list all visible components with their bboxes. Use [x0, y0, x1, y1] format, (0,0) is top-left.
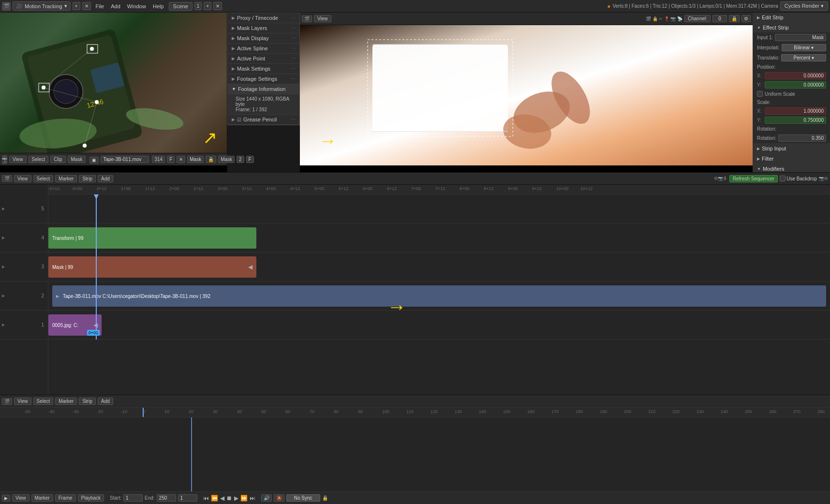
seq-select-menu[interactable]: Select [33, 175, 54, 182]
seq-icon[interactable]: 🎬 [2, 175, 12, 182]
clip-selector[interactable]: ▣ [89, 157, 99, 163]
bottom-waveform[interactable] [0, 417, 830, 491]
timeline-area[interactable]: -0+12 0+00 0+12 1+00 1+12 2+00 2+12 3+00… [48, 185, 830, 395]
end-frame-input[interactable]: 250 [157, 494, 176, 502]
channel-input[interactable]: 0 [712, 15, 727, 22]
track-4[interactable]: Transform | 99 [48, 223, 830, 252]
stop-btn[interactable]: ⏹ [226, 495, 232, 502]
playbar-marker-menu[interactable]: Marker [31, 494, 53, 502]
remove-scene-btn[interactable]: ✕ [213, 2, 222, 10]
filter-header[interactable]: ▶ Filter [753, 154, 830, 163]
strip-input-header[interactable]: ▶ Strip Input [753, 144, 830, 153]
seq-view-menu[interactable]: View [14, 175, 31, 182]
mute-icon[interactable]: 🔕 [274, 494, 284, 502]
position-x-value[interactable]: 0.000000 [765, 72, 826, 79]
active-spline-item[interactable]: ▶ Active Spline ⋯ [228, 44, 299, 54]
current-frame-input[interactable]: 1 [178, 494, 197, 502]
channel5-expand[interactable]: ▶ [2, 207, 5, 211]
f-btn[interactable]: F [167, 156, 175, 163]
mask-display-item[interactable]: ▶ Mask Display ⋯ [228, 33, 299, 44]
scale-y-value[interactable]: 0.750000 [765, 117, 826, 124]
rotation-value[interactable]: 0.350 [778, 134, 826, 142]
proxy-timecode-item[interactable]: ▶ Proxy / Timecode ⋯ [228, 13, 299, 23]
playbar-view-menu[interactable]: View [12, 494, 30, 502]
audio-sync-icon[interactable]: 🔊 [261, 494, 272, 502]
prev-frame-btn[interactable]: ⏪ [211, 495, 218, 502]
play-reverse-btn[interactable]: ◀ [220, 495, 224, 502]
close-btn[interactable]: ✕ [82, 2, 91, 10]
sync-dropdown[interactable]: No Sync [286, 494, 320, 502]
seq-marker-menu[interactable]: Marker [55, 175, 77, 182]
interpolation-dropdown[interactable]: Bilinear ▾ [782, 44, 826, 51]
menu-add[interactable]: Add [108, 2, 123, 10]
track-3[interactable]: Mask | 99 ◀ [48, 252, 830, 282]
add-scene-btn[interactable]: + [204, 2, 211, 10]
strip-mask[interactable]: Mask | 99 ◀ [48, 256, 256, 278]
channel2-expand[interactable]: ▶ [2, 294, 5, 298]
effect-strip-header[interactable]: ▼ Effect Strip [753, 23, 830, 32]
uniform-scale-checkbox[interactable] [757, 91, 763, 97]
prop-icon[interactable]: ⚙ [741, 15, 751, 22]
strip-tape[interactable]: ▶ Tape-3B-011.mov C:\Users\cegatori\Desk… [52, 285, 826, 307]
select-menu-left[interactable]: Select [29, 156, 49, 163]
maximize-btn[interactable]: + [73, 2, 80, 10]
menu-window[interactable]: Window [124, 2, 149, 10]
track-5[interactable] [48, 194, 830, 223]
view-menu-left[interactable]: View [9, 156, 27, 163]
bt-view-menu[interactable]: View [14, 398, 31, 405]
channel3-expand[interactable]: ▶ [2, 265, 5, 269]
jump-start-btn[interactable]: ⏮ [203, 495, 209, 502]
left-viewer-image[interactable]: 12:46 ↗ [0, 13, 227, 153]
seq-bottom-icon[interactable]: 🎬 [2, 398, 12, 405]
translation-dropdown[interactable]: Percent ▾ [781, 54, 826, 61]
bt-strip-menu[interactable]: Strip [79, 398, 96, 405]
render-engine-selector[interactable]: Cycles Render ▾ [780, 1, 828, 11]
track-1[interactable]: 0005.jpg: C: ◀ [48, 311, 830, 340]
clip-name[interactable]: Tape-3B-011.mov [101, 156, 149, 163]
mask-name[interactable]: Mask [218, 156, 235, 163]
active-point-item[interactable]: ▶ Active Point ⋯ [228, 54, 299, 64]
seq-editor-icon[interactable]: 🎬 [302, 15, 312, 22]
refresh-sequencer-btn[interactable]: Refresh Sequencer [729, 175, 778, 182]
footage-settings-item[interactable]: ▶ Footage Settings ⋯ [228, 74, 299, 84]
mask-menu[interactable]: Mask [68, 156, 86, 163]
mask-lock-icon[interactable]: 🔒 [206, 156, 216, 163]
bt-select-menu[interactable]: Select [33, 398, 54, 405]
scale-x-value[interactable]: 1.000000 [765, 107, 826, 115]
editor-type-selector[interactable]: 🎥 Motion Tracking ▾ [13, 1, 71, 11]
track-2[interactable]: ▶ Tape-3B-011.mov C:\Users\cegatori\Desk… [48, 282, 830, 311]
mask-settings-item[interactable]: ▶ Mask Settings ⋯ [228, 64, 299, 74]
grease-pencil-item[interactable]: ▶ ☑ Grease Pencil ⋯ [228, 115, 299, 125]
channel-lock[interactable]: 🔒 [729, 15, 740, 22]
right-viewer-image[interactable]: → [300, 25, 753, 165]
next-frame-btn[interactable]: ⏩ [240, 495, 248, 502]
channel4-expand[interactable]: ▶ [2, 236, 5, 240]
strip-transform[interactable]: Transform | 99 [48, 227, 256, 249]
play-btn[interactable]: ▶ [234, 495, 238, 502]
footage-info-section[interactable]: ▼ Footage Information [228, 84, 299, 94]
playbar-playback-menu[interactable]: Playback [78, 494, 104, 502]
bt-marker-menu[interactable]: Marker [55, 398, 77, 405]
channel1-expand[interactable]: ▶ [2, 323, 5, 327]
bt-add-menu[interactable]: Add [98, 398, 113, 405]
view-menu-right[interactable]: View [314, 15, 331, 22]
tape-expand-icon[interactable]: ▶ [56, 294, 59, 298]
scene-selector[interactable]: Scene [169, 2, 193, 11]
menu-help[interactable]: Help [150, 2, 167, 10]
f-btn2[interactable]: F [246, 156, 254, 163]
input1-value[interactable]: Mask [775, 34, 826, 41]
use-backdrop-checkbox[interactable] [780, 176, 786, 181]
mask-type-btn[interactable]: ✕ [177, 156, 185, 163]
seq-add-menu[interactable]: Add [98, 175, 113, 182]
position-y-value[interactable]: 0.000000 [765, 81, 826, 89]
clip-menu[interactable]: Clip [50, 156, 65, 163]
playbar-icon[interactable]: ▶ [2, 495, 10, 502]
start-frame-input[interactable]: 1 [123, 494, 143, 502]
playbar-frame-menu[interactable]: Frame [55, 494, 76, 502]
seq-strip-menu[interactable]: Strip [79, 175, 96, 182]
viewer-mode-icon[interactable]: 📷 [2, 155, 7, 164]
mask-layers-item[interactable]: ▶ Mask Layers ⋯ [228, 23, 299, 33]
jump-end-btn[interactable]: ⏭ [250, 495, 255, 502]
edit-strip-header[interactable]: ▶ Edit Strip [753, 13, 830, 22]
mask-select[interactable]: Mask [187, 156, 204, 163]
